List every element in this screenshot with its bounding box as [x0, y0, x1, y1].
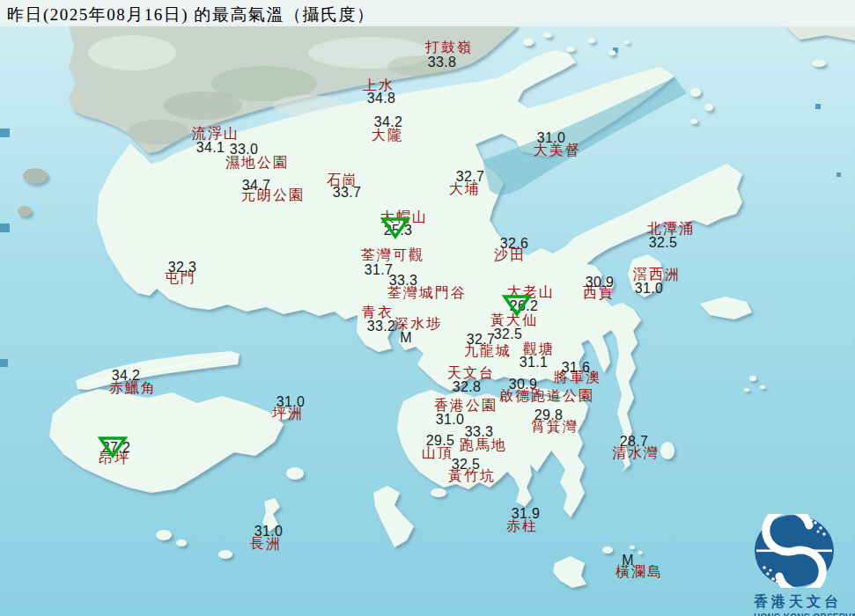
station-value: 32.5 — [452, 457, 480, 473]
station-value: 32.6 — [500, 236, 528, 252]
station-value: 34.7 — [242, 178, 270, 194]
hko-logo-name-en: HONG KONG OBSERVATORY — [754, 612, 835, 616]
summit-marker-icon — [502, 294, 532, 320]
map-canvas: 昨日(2025年08月16日) 的最高氣溫（攝氏度） 打鼓嶺33.8上水34.8… — [0, 0, 855, 616]
station-value: 29.8 — [534, 407, 563, 423]
station-value: 31.6 — [562, 360, 590, 376]
waglan-islets — [630, 546, 635, 549]
station-value: 34.8 — [367, 91, 395, 106]
tung-ping-chau-island — [812, 60, 826, 67]
hei-ling-chau-island — [286, 467, 304, 480]
hko-logo-icon — [754, 514, 835, 588]
station-value: 32.8 — [453, 379, 481, 395]
hko-logo-name-cn: 香港天文台 — [754, 593, 835, 612]
tung-lung-chau-island — [660, 442, 674, 459]
ma-wan-island — [343, 297, 353, 311]
station-value: 34.2 — [112, 368, 140, 384]
ap-lei-chau-island — [431, 488, 446, 497]
station-value: 31.0 — [276, 394, 305, 410]
station-value: 28.7 — [620, 434, 648, 450]
station-value: 33.2 — [367, 319, 395, 334]
station-value: 33.3 — [389, 273, 417, 289]
station-value: 30.9 — [586, 275, 614, 290]
summit-marker-icon — [98, 436, 128, 462]
station-value: 31.0 — [537, 130, 565, 146]
hong-kong-map — [0, 0, 855, 616]
station-value: 31.0 — [436, 412, 464, 428]
station-value: 29.5 — [426, 433, 454, 449]
tap-mun-island — [690, 88, 701, 97]
soko-islands — [156, 530, 172, 540]
station-value: 30.9 — [509, 377, 537, 392]
station-value: M — [400, 330, 412, 346]
station-value: 34.2 — [374, 114, 402, 130]
station-value: 31.1 — [520, 355, 548, 370]
hko-logo: 香港天文台 HONG KONG OBSERVATORY — [754, 514, 835, 616]
station-value: 32.5 — [649, 235, 677, 251]
summit-marker-icon — [380, 216, 410, 243]
station-value: 33.8 — [428, 55, 456, 70]
station-value: 33.0 — [230, 142, 258, 158]
station-value: 34.1 — [196, 140, 225, 156]
station-value: 32.7 — [467, 332, 495, 348]
station-value: 33.7 — [333, 185, 361, 201]
station-value: 31.0 — [254, 524, 283, 539]
station-value: 32.5 — [494, 326, 522, 342]
map-title: 昨日(2025年08月16日) 的最高氣溫（攝氏度） — [7, 4, 374, 26]
station-value: 31.0 — [635, 281, 663, 297]
station-value: 31.9 — [512, 506, 540, 522]
station-value: 32.7 — [456, 169, 484, 185]
station-value: 32.3 — [168, 260, 196, 275]
station-value: M — [622, 553, 634, 568]
station-value: 33.3 — [465, 424, 493, 440]
